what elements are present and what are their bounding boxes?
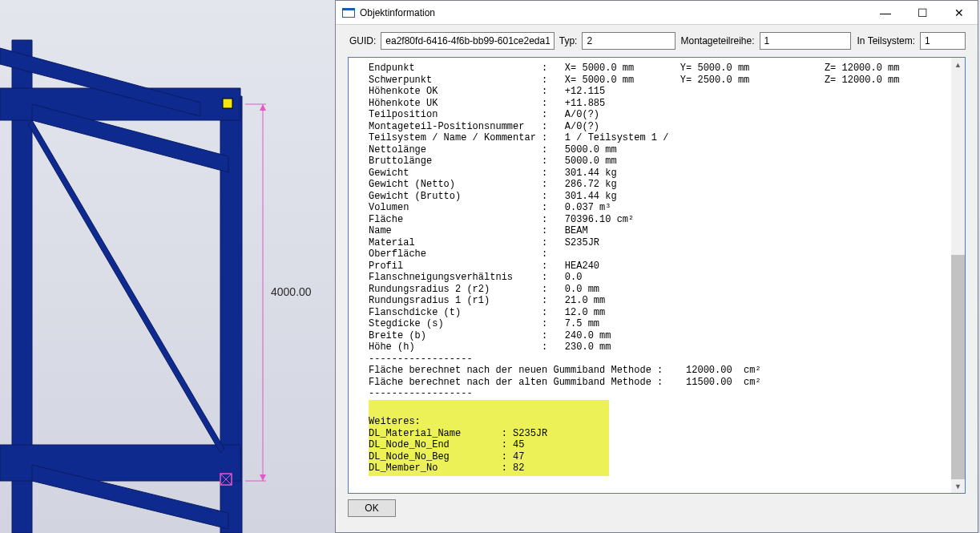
info-lines: Endpunkt : X= 5000.0 mm Y= 5000.0 mm Z= …: [369, 63, 951, 400]
steel-structure-drawing: [0, 0, 337, 533]
teilsys-input[interactable]: [920, 32, 966, 50]
typ-input[interactable]: [582, 32, 676, 50]
object-info-dialog: Objektinformation — ☐ ✕ GUID: Typ: Monta…: [335, 0, 978, 533]
info-text-frame: Endpunkt : X= 5000.0 mm Y= 5000.0 mm Z= …: [348, 57, 966, 494]
scroll-thumb[interactable]: [951, 255, 965, 479]
maximize-button[interactable]: ☐: [904, 1, 941, 25]
titlebar[interactable]: Objektinformation — ☐ ✕: [336, 1, 978, 25]
typ-label: Typ:: [559, 35, 578, 46]
close-button[interactable]: ✕: [941, 1, 978, 25]
dialog-footer: OK: [336, 494, 978, 523]
info-text-area[interactable]: Endpunkt : X= 5000.0 mm Y= 5000.0 mm Z= …: [349, 58, 951, 493]
scroll-up-icon[interactable]: ▲: [951, 58, 965, 71]
dimension-value: 4000.00: [271, 285, 312, 298]
app-icon: [342, 8, 355, 18]
svg-rect-8: [223, 99, 232, 108]
montage-input[interactable]: [760, 32, 851, 50]
scroll-track[interactable]: [951, 71, 965, 479]
minimize-button[interactable]: —: [867, 1, 904, 25]
vertical-scrollbar[interactable]: ▲ ▼: [951, 58, 965, 493]
dialog-title: Objektinformation: [360, 7, 867, 18]
guid-label: GUID:: [349, 35, 376, 46]
ok-button[interactable]: OK: [348, 499, 396, 517]
parameter-row: GUID: Typ: Montageteilreihe: In Teilsyst…: [336, 25, 978, 55]
guid-input[interactable]: [381, 32, 554, 50]
scroll-down-icon[interactable]: ▼: [951, 479, 965, 493]
montage-label: Montageteilreihe:: [680, 35, 754, 46]
weiteres-block: Weiteres: DL_Material_Name : S235JR DL_N…: [369, 400, 609, 476]
svg-marker-7: [28, 120, 224, 453]
teilsys-label: In Teilsystem:: [857, 35, 915, 46]
